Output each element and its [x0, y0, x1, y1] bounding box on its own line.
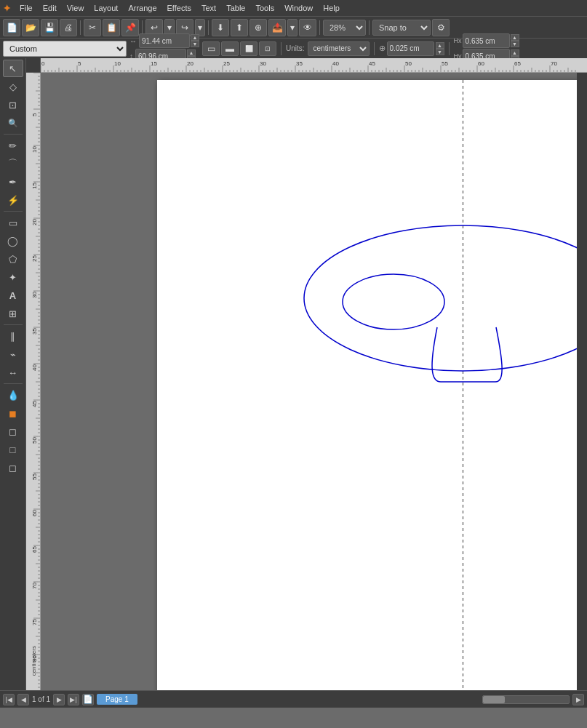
open-button[interactable]: 📂	[22, 19, 39, 36]
sep2	[142, 20, 143, 35]
menu-arrange[interactable]: Arrange	[124, 2, 161, 14]
nudge-down[interactable]: ▼	[436, 49, 444, 55]
print-button[interactable]: 🖨	[60, 19, 77, 36]
canvas-scroll[interactable]	[41, 73, 577, 690]
outer-ellipse	[304, 225, 577, 371]
canvas-page	[157, 80, 577, 690]
export2-button[interactable]: ⊕	[249, 19, 267, 36]
menu-view[interactable]: View	[63, 2, 89, 14]
menu-help[interactable]: Help	[319, 2, 344, 14]
cut-button[interactable]: ✂	[84, 19, 101, 36]
menu-file[interactable]: File	[15, 2, 37, 14]
eraser-tool-btn[interactable]: ◻	[3, 459, 23, 476]
tool-separator-1	[4, 134, 23, 135]
zoom-tool-btn[interactable]: 🔍	[3, 114, 23, 132]
right-scrollbar[interactable]	[577, 73, 587, 690]
smart-tool-btn[interactable]: ⚡	[3, 191, 23, 209]
snap-dropdown[interactable]: Snap to	[372, 20, 431, 36]
nudge-input[interactable]	[387, 41, 434, 56]
eyedropper-tool-btn[interactable]: 💧	[3, 386, 23, 404]
polygon-tool-btn[interactable]: ⬠	[3, 250, 23, 268]
page-border-button[interactable]: ⬜	[240, 41, 257, 56]
x-group: Hx ▲ ▼	[454, 33, 519, 48]
measure-tool-btn[interactable]: ↔	[3, 364, 23, 381]
main-layout: ↖ ◇ ⊡ 🔍 ✏ ⌒ ✒ ⚡ ▭ ◯ ⬠ ✦ A ⊞ ∥ ⌁ ↔ 💧 ◼ ◻ …	[0, 58, 587, 690]
menu-window[interactable]: Window	[280, 2, 317, 14]
width-spinner[interactable]: ▲ ▼	[191, 34, 199, 47]
first-page-btn[interactable]: |◀	[3, 694, 15, 705]
table-tool-btn[interactable]: ⊞	[3, 305, 23, 322]
ellipse-tool-btn[interactable]: ◯	[3, 232, 23, 249]
add-page-btn[interactable]: 📄	[82, 694, 94, 705]
y-up[interactable]: ▲	[511, 49, 519, 56]
transparency-tool-btn[interactable]: ◻	[3, 423, 23, 440]
shadow-tool-btn[interactable]: □	[3, 441, 23, 458]
page-indicator: 1 of 1	[32, 695, 50, 703]
zoom-dropdown[interactable]: 28%50%100%	[323, 20, 366, 36]
copy-button[interactable]: 📋	[103, 19, 120, 36]
width-input[interactable]	[139, 33, 190, 48]
canvas-row: centimeters	[26, 73, 587, 690]
star-tool-btn[interactable]: ✦	[3, 268, 23, 286]
ruler-v-canvas	[26, 73, 41, 690]
prev-page-btn[interactable]: ◀	[17, 694, 29, 705]
scroll-right-btn[interactable]: ▶	[572, 694, 584, 705]
publish-dropdown[interactable]: ▾	[287, 19, 298, 36]
menu-tools[interactable]: Tools	[251, 2, 279, 14]
freehand-tool-btn[interactable]: ✏	[3, 137, 23, 154]
x-label: Hx	[454, 37, 462, 44]
node-tool-btn[interactable]: ◇	[3, 78, 23, 95]
ruler-h-canvas	[41, 58, 577, 73]
connector-tool-btn[interactable]: ⌁	[3, 345, 23, 363]
width-up[interactable]: ▲	[191, 34, 199, 41]
sep2	[374, 42, 375, 55]
orientation-group: ▭ ▬ ⬜ ⊡	[202, 41, 276, 56]
calligraphy-tool-btn[interactable]: ✒	[3, 173, 23, 191]
width-down[interactable]: ▼	[191, 41, 199, 47]
crop-tool-btn[interactable]: ⊡	[3, 96, 23, 113]
page-tab[interactable]: Page 1	[97, 694, 137, 705]
x-spinner[interactable]: ▲ ▼	[511, 34, 519, 47]
menu-edit[interactable]: Edit	[39, 2, 61, 14]
export-button[interactable]: ⬆	[231, 19, 248, 36]
sep3	[208, 20, 209, 35]
inner-ellipse	[343, 274, 444, 329]
ruler-corner	[26, 58, 41, 73]
menu-effects[interactable]: Effects	[163, 2, 196, 14]
page-size-dropdown[interactable]: Custom LetterA4	[3, 41, 127, 57]
x-input[interactable]	[463, 33, 510, 48]
toolbox: ↖ ◇ ⊡ 🔍 ✏ ⌒ ✒ ⚡ ▭ ◯ ⬠ ✦ A ⊞ ∥ ⌁ ↔ 💧 ◼ ◻ …	[0, 58, 26, 690]
height-up[interactable]: ▲	[187, 49, 196, 56]
save-button[interactable]: 💾	[41, 19, 58, 36]
nudge-up[interactable]: ▲	[436, 42, 444, 49]
parallel-tool-btn[interactable]: ∥	[3, 327, 23, 345]
x-up[interactable]: ▲	[511, 34, 519, 41]
bleed-button[interactable]: ⊡	[259, 41, 276, 56]
sep4	[319, 20, 320, 35]
next-page-btn[interactable]: ▶	[53, 694, 65, 705]
x-down[interactable]: ▼	[511, 41, 519, 47]
horizontal-scrollbar[interactable]	[482, 695, 570, 704]
ruler-vertical: centimeters	[26, 73, 41, 690]
menu-text[interactable]: Text	[197, 2, 220, 14]
portrait-button[interactable]: ▭	[202, 41, 220, 56]
publish-button[interactable]: 📤	[268, 19, 286, 36]
sep1	[80, 20, 81, 35]
width-icon: ↔	[129, 37, 137, 45]
import-button[interactable]: ⬇	[212, 19, 229, 36]
text-tool-btn[interactable]: A	[3, 287, 23, 304]
new-button[interactable]: 📄	[3, 19, 20, 36]
snap-settings-button[interactable]: ⚙	[432, 19, 450, 36]
units-dropdown[interactable]: centimeters inchespixels	[308, 41, 370, 56]
ruler-horizontal	[41, 58, 587, 73]
menu-layout[interactable]: Layout	[89, 2, 122, 14]
select-tool-btn[interactable]: ↖	[3, 60, 23, 77]
menu-table[interactable]: Table	[222, 2, 249, 14]
bezier-tool-btn[interactable]: ⌒	[3, 155, 23, 172]
landscape-button[interactable]: ▬	[221, 41, 239, 56]
nudge-spinner[interactable]: ▲ ▼	[436, 42, 444, 55]
last-page-btn[interactable]: ▶|	[68, 694, 79, 705]
rectangle-tool-btn[interactable]: ▭	[3, 214, 23, 231]
fill-tool-btn[interactable]: ◼	[3, 404, 23, 422]
view-mode-button[interactable]: 👁	[299, 19, 316, 36]
